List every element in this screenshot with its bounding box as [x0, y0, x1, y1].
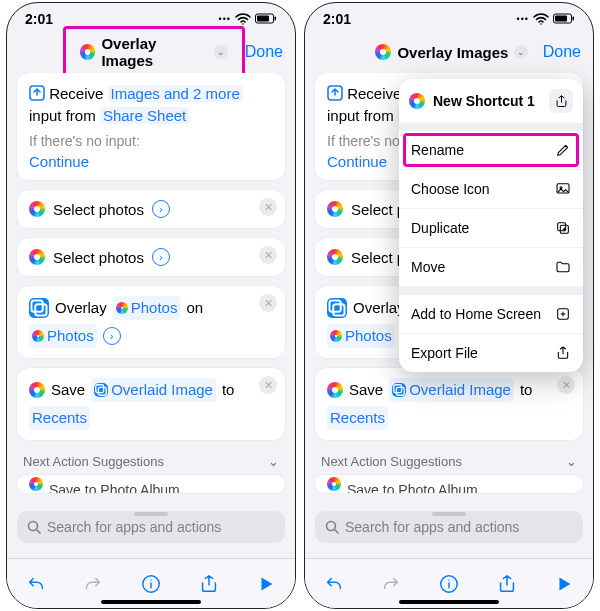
to-word: to — [520, 378, 533, 402]
remove-action-button[interactable]: ✕ — [259, 246, 277, 264]
action-label: Select photos — [53, 201, 144, 218]
remove-action-button[interactable]: ✕ — [259, 294, 277, 312]
search-placeholder: Search for apps and actions — [47, 519, 221, 535]
sheet-grabber[interactable] — [432, 512, 466, 516]
suggestions-header[interactable]: Next Action Suggestions ⌄ — [17, 450, 285, 475]
battery-icon — [255, 13, 277, 25]
duplicate-icon — [555, 220, 571, 236]
run-button[interactable] — [552, 572, 576, 596]
popover-separator — [399, 123, 583, 131]
on-word: on — [186, 296, 203, 320]
overlay-action-icon — [29, 298, 49, 318]
svg-rect-5 — [35, 304, 46, 315]
folder-icon — [555, 259, 571, 275]
overlay-action[interactable]: Overlay Photos on Photos › ✕ — [17, 286, 285, 358]
done-button[interactable]: Done — [245, 43, 283, 61]
select-photos-action-2[interactable]: Select photos › ✕ — [17, 238, 285, 276]
expand-chevron-icon[interactable]: › — [152, 200, 170, 218]
home-indicator[interactable] — [101, 600, 201, 604]
phone-screenshot-right: 2:01 ••• Overlay Images ⌄ Done — [304, 2, 594, 609]
svg-rect-16 — [394, 385, 402, 393]
menu-move[interactable]: Move — [399, 247, 583, 286]
svg-rect-15 — [333, 304, 344, 315]
export-icon — [555, 345, 571, 361]
status-bar: 2:01 ••• — [305, 3, 593, 31]
shortcut-title-button[interactable]: Overlay Images ⌄ — [367, 40, 536, 65]
save-action[interactable]: Save Overlaid Image to Recents ✕ — [17, 368, 285, 440]
save-action[interactable]: Save Overlaid Image to Recents ✕ — [315, 368, 583, 440]
info-button[interactable] — [437, 572, 461, 596]
shortcut-title: Overlay Images — [101, 35, 208, 69]
input-arrow-icon — [327, 85, 343, 101]
menu-export-file[interactable]: Export File — [399, 333, 583, 372]
svg-point-8 — [29, 522, 38, 531]
photos-app-icon — [29, 249, 45, 265]
save-word: Save — [349, 378, 383, 402]
expand-chevron-icon[interactable]: › — [103, 327, 121, 345]
undo-button[interactable] — [322, 572, 346, 596]
suggestion-item[interactable]: Save to Photo Album — [17, 475, 285, 493]
status-indicators: ••• — [219, 13, 277, 25]
svg-point-18 — [327, 522, 336, 531]
photos-app-icon — [29, 201, 45, 217]
undo-button[interactable] — [24, 572, 48, 596]
chevron-down-icon: ⌄ — [514, 45, 528, 59]
popover-share-button[interactable] — [549, 89, 573, 113]
home-indicator[interactable] — [399, 600, 499, 604]
remove-action-button[interactable]: ✕ — [259, 198, 277, 216]
run-button[interactable] — [254, 572, 278, 596]
menu-rename[interactable]: Rename — [399, 131, 583, 169]
remove-action-button[interactable]: ✕ — [259, 376, 277, 394]
popover-separator — [399, 286, 583, 294]
info-button[interactable] — [139, 572, 163, 596]
svg-rect-6 — [96, 385, 104, 393]
share-button[interactable] — [495, 572, 519, 596]
action-label: Select photos — [53, 249, 144, 266]
search-icon — [27, 520, 41, 534]
select-photos-action-1[interactable]: Select photos › ✕ — [17, 190, 285, 228]
receive-input-card[interactable]: Receive Images and 2 more input from Sha… — [17, 73, 285, 180]
save-source-token[interactable]: Overlaid Image — [389, 378, 514, 402]
no-input-action[interactable]: Continue — [29, 153, 273, 170]
save-source-token[interactable]: Overlaid Image — [91, 378, 216, 402]
redo-button[interactable] — [379, 572, 403, 596]
sheet-grabber[interactable] — [134, 512, 168, 516]
overlay-source-token[interactable]: Photos — [113, 296, 181, 320]
remove-action-button[interactable]: ✕ — [557, 376, 575, 394]
status-time: 2:01 — [323, 11, 351, 27]
cellular-dots-icon: ••• — [219, 14, 231, 24]
photos-mini-icon — [330, 330, 342, 342]
menu-add-to-home[interactable]: Add to Home Screen — [399, 294, 583, 333]
receive-text: Receive Images and 2 more input from Sha… — [29, 83, 273, 127]
pencil-icon — [555, 142, 571, 158]
expand-chevron-icon[interactable]: › — [152, 248, 170, 266]
save-album-token[interactable]: Recents — [29, 406, 90, 430]
shortcut-title-button[interactable]: Overlay Images ⌄ — [72, 31, 236, 73]
done-button[interactable]: Done — [543, 43, 581, 61]
menu-label: Export File — [411, 345, 478, 361]
svg-rect-12 — [573, 17, 575, 21]
suggestions-header[interactable]: Next Action Suggestions ⌄ — [315, 450, 583, 475]
receive-types-token[interactable]: Images and 2 more — [108, 85, 243, 102]
suggestion-item[interactable]: Save to Photo Album — [315, 475, 583, 493]
menu-choose-icon[interactable]: Choose Icon — [399, 169, 583, 208]
battery-icon — [553, 13, 575, 25]
suggestion-text: Save to Photo Album — [49, 482, 180, 493]
input-from-label: input from — [29, 107, 96, 124]
svg-rect-11 — [555, 16, 567, 22]
share-button[interactable] — [197, 572, 221, 596]
shortcuts-app-icon — [375, 44, 391, 60]
overlay-target-token[interactable]: Photos — [327, 324, 395, 348]
receive-source-token[interactable]: Share Sheet — [100, 107, 189, 124]
overlay-action-icon — [327, 298, 347, 318]
menu-duplicate[interactable]: Duplicate — [399, 208, 583, 247]
wifi-icon — [533, 13, 549, 25]
status-time: 2:01 — [25, 11, 53, 27]
redo-button[interactable] — [81, 572, 105, 596]
save-album-token[interactable]: Recents — [327, 406, 388, 430]
shortcut-title: Overlay Images — [397, 44, 508, 61]
overlay-target-token[interactable]: Photos — [29, 324, 97, 348]
search-placeholder: Search for apps and actions — [345, 519, 519, 535]
input-from-label: input from — [327, 107, 394, 124]
menu-label: Move — [411, 259, 445, 275]
